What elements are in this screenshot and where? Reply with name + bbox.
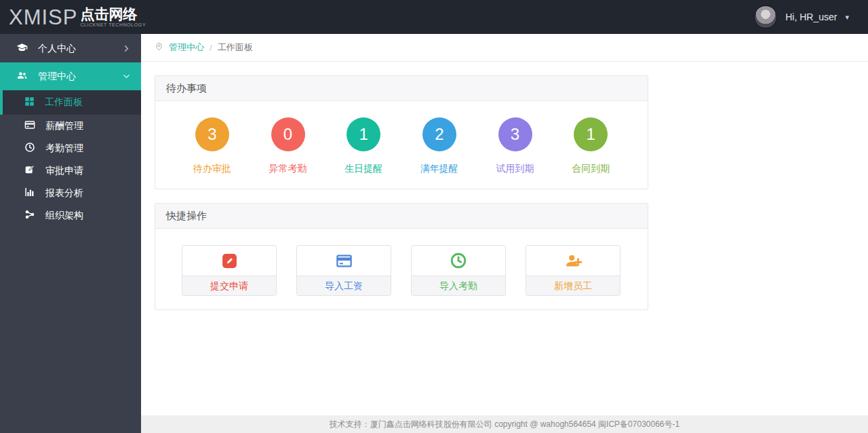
todo-item-label: 待办审批	[193, 163, 231, 175]
caret-down-icon: ▾	[845, 13, 849, 22]
quick-action-submit-request[interactable]: 提交申请	[182, 245, 277, 296]
breadcrumb: 管理中心 / 工作面板	[141, 34, 868, 62]
count-badge: 2	[422, 117, 456, 151]
quick-action-import-attendance[interactable]: 导入考勤	[411, 245, 506, 296]
sidebar-item-label: 工作面板	[45, 96, 83, 109]
sidebar-item-personal-center[interactable]: 个人中心	[0, 35, 141, 62]
sidebar-item-label: 薪酬管理	[45, 120, 83, 132]
grid-icon	[24, 96, 35, 109]
credit-card-icon	[24, 119, 35, 132]
bar-chart-icon	[24, 187, 35, 200]
sidebar-item-label: 组织架构	[45, 210, 83, 222]
sidebar-item-org-structure[interactable]: 组织架构	[0, 204, 141, 227]
org-icon	[24, 209, 35, 222]
sidebar-item-label: 考勤管理	[45, 143, 83, 155]
edit-icon	[24, 164, 35, 177]
todo-item-label: 满年提醒	[420, 163, 458, 175]
breadcrumb-link-admin-center[interactable]: 管理中心	[169, 41, 204, 54]
count-badge: 3	[498, 117, 532, 151]
map-marker-icon	[155, 42, 163, 53]
sidebar-item-admin-center[interactable]: 管理中心	[0, 62, 141, 90]
sidebar-item-dashboard[interactable]: 工作面板	[0, 90, 141, 115]
quick-actions-panel: 快捷操作 提交申请 导入工资	[155, 203, 648, 310]
clock-icon	[24, 142, 35, 155]
sidebar-item-label: 审批申请	[45, 165, 83, 177]
footer-copyright: 技术支持：厦门鑫点击网络科技股份有限公司 copyright @ wahogh5…	[141, 415, 868, 433]
count-badge: 1	[347, 117, 380, 151]
todo-panel: 待办事项 3 待办审批 0 异常考勤 1 生日提醒	[155, 75, 648, 189]
todo-panel-title: 待办事项	[155, 76, 648, 101]
todo-item-probation-expiry[interactable]: 3 试用到期	[477, 117, 553, 175]
sidebar-nav: 个人中心 管理中心 工作面板	[0, 34, 141, 433]
todo-item-contract-expiry[interactable]: 1 合同到期	[553, 117, 629, 175]
logo-text-en: XMISP	[9, 7, 77, 28]
quick-action-add-employee[interactable]: 新增员工	[526, 245, 620, 296]
graduation-cap-icon	[16, 42, 28, 56]
count-badge: 0	[271, 117, 305, 151]
page-body: 待办事项 3 待办审批 0 异常考勤 1 生日提醒	[141, 62, 868, 415]
chevron-down-icon	[123, 73, 130, 80]
user-avatar	[754, 5, 777, 29]
todo-item-label: 合同到期	[572, 163, 610, 175]
user-greeting: Hi, HR_user	[785, 12, 837, 22]
sidebar-item-payroll[interactable]: 薪酬管理	[0, 115, 141, 137]
chevron-right-icon	[123, 45, 130, 52]
todo-item-pending-approvals[interactable]: 3 待办审批	[174, 117, 250, 175]
quick-action-label: 导入考勤	[412, 276, 505, 295]
quick-action-label: 新增员工	[526, 276, 620, 295]
todo-panel-body: 3 待办审批 0 异常考勤 1 生日提醒 2 满	[155, 101, 648, 189]
sidebar-item-attendance[interactable]: 考勤管理	[0, 137, 141, 159]
count-badge: 3	[195, 117, 229, 151]
sidebar-item-reports[interactable]: 报表分析	[0, 182, 141, 204]
breadcrumb-separator: /	[210, 43, 212, 53]
clock-icon	[412, 246, 505, 276]
sidebar-item-approvals[interactable]: 审批申请	[0, 159, 141, 182]
quick-actions-title: 快捷操作	[155, 204, 648, 229]
users-icon	[16, 70, 28, 83]
top-header: XMISP 点击网络 CLICKNET TECHNOLOGY Hi, HR_us…	[0, 0, 868, 34]
todo-item-label: 异常考勤	[269, 163, 307, 175]
logo-text-cn-wrap: 点击网络 CLICKNET TECHNOLOGY	[80, 7, 146, 26]
app-logo: XMISP 点击网络 CLICKNET TECHNOLOGY	[0, 7, 146, 28]
todo-item-anniversary-reminder[interactable]: 2 满年提醒	[401, 117, 477, 175]
quick-action-label: 提交申请	[182, 276, 276, 295]
todo-item-attendance-anomaly[interactable]: 0 异常考勤	[250, 117, 326, 175]
sidebar-item-label: 个人中心	[38, 43, 76, 55]
quick-action-import-payroll[interactable]: 导入工资	[296, 245, 391, 296]
credit-card-icon	[297, 246, 391, 276]
todo-item-birthday-reminder[interactable]: 1 生日提醒	[326, 117, 401, 175]
sidebar-item-label: 管理中心	[38, 71, 76, 83]
logo-text-cn: 点击网络	[80, 7, 137, 22]
count-badge: 1	[574, 117, 608, 151]
user-plus-icon	[526, 246, 620, 276]
user-menu[interactable]: Hi, HR_user ▾	[754, 5, 868, 29]
pencil-badge-icon	[182, 246, 276, 276]
app-window: XMISP 点击网络 CLICKNET TECHNOLOGY Hi, HR_us…	[0, 0, 868, 433]
breadcrumb-current: 工作面板	[218, 41, 253, 54]
todo-item-label: 试用到期	[496, 163, 534, 175]
quick-action-label: 导入工资	[297, 276, 391, 295]
logo-subtitle: CLICKNET TECHNOLOGY	[80, 22, 146, 27]
quick-actions-body: 提交申请 导入工资 导入考勤	[155, 229, 648, 309]
sidebar-item-label: 报表分析	[45, 187, 83, 200]
main-content: 管理中心 / 工作面板 待办事项 3 待办审批 0 异常考勤	[141, 34, 868, 433]
todo-item-label: 生日提醒	[344, 163, 382, 175]
sidebar-submenu: 工作面板 薪酬管理 考勤管理	[0, 90, 141, 227]
